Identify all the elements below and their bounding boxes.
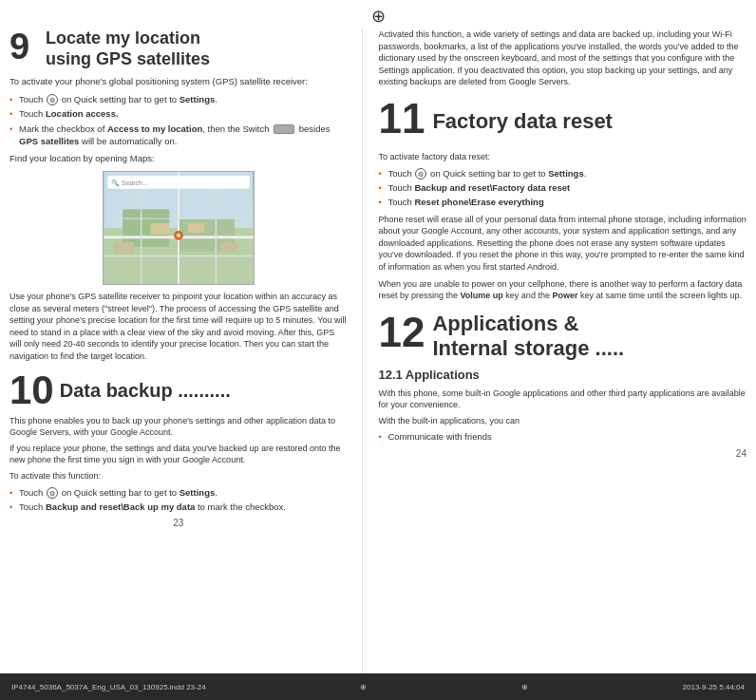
left-column: 9 Locate my location using GPS satellite… <box>9 28 363 673</box>
bottom-crosshair-left: ⊕ <box>360 683 367 691</box>
bottom-bar: IP4744_5036A_5037A_Eng_USA_03_130925.ind… <box>0 673 756 700</box>
section-12-title-line1: Applications & <box>432 312 624 336</box>
reset-phone-label: Reset phone\Erase everything <box>414 197 543 207</box>
top-crosshair: ⊕ <box>0 0 756 28</box>
section-9-intro: To activate your phone's global position… <box>9 75 347 88</box>
bottom-right-text: 2013-9-25 5:44:04 <box>683 683 745 691</box>
section-11-bullets: Touch ⚙ on Quick setting bar to get to S… <box>378 167 747 209</box>
section-11-number: 11 <box>378 98 425 140</box>
section-11-header: 11 Factory data reset <box>378 98 747 145</box>
section-9-title-line1: Locate my location <box>46 28 210 49</box>
section-9-continued: Activated this function, a wide variety … <box>378 28 747 88</box>
settings-icon: ⚙ <box>47 94 58 105</box>
svg-rect-13 <box>220 242 237 252</box>
page-number-left: 23 <box>9 518 347 528</box>
s11-bullet-touch-settings: Touch ⚙ on Quick setting bar to get to S… <box>378 167 747 180</box>
section-9-bullets: Touch ⚙ on Quick setting bar to get to S… <box>9 93 347 147</box>
settings-icon-3: ⚙ <box>415 168 426 180</box>
map-svg: 🔍 Search... <box>104 172 254 284</box>
section-10-title: Data backup .......... <box>60 381 231 400</box>
section-9-number: 9 <box>9 28 38 65</box>
main-content: 9 Locate my location using GPS satellite… <box>0 28 756 673</box>
section-12-para1: With this phone, some built-in Google ap… <box>378 388 747 411</box>
bullet-location-access: Touch Location access. <box>9 107 347 120</box>
bullet-access-my-location: Mark the checkbox of Access to my locati… <box>9 123 347 148</box>
switch-icon <box>274 124 294 134</box>
s12-bullet-communicate: Communicate with friends <box>378 430 747 443</box>
svg-point-17 <box>177 234 180 237</box>
section-11-title: Factory data reset <box>432 109 613 134</box>
settings-icon-2: ⚙ <box>47 487 58 499</box>
gps-satellites-label: GPS satellites <box>19 136 79 146</box>
section-11-para2: When you are unable to power on your cel… <box>378 278 747 302</box>
section-9-header: 9 Locate my location using GPS satellite… <box>9 28 347 69</box>
gps-map-image: 🔍 Search... <box>103 171 255 285</box>
subsection-12-1-num: 12.1 <box>378 368 402 382</box>
map-inner: 🔍 Search... <box>104 172 254 284</box>
page-number-right: 24 <box>378 448 747 459</box>
svg-rect-12 <box>113 242 134 254</box>
bottom-crosshair-right: ⊕ <box>521 683 528 691</box>
section-12: 12 Applications & Internal storage .....… <box>378 312 747 444</box>
section-10-header: 10 Data backup .......... <box>9 370 347 410</box>
backup-label: Backup and reset\Back up my data <box>46 501 195 512</box>
bottom-left-text: IP4744_5036A_5037A_Eng_USA_03_130925.ind… <box>11 683 206 691</box>
section-10-activate: To activate this function: <box>9 470 347 482</box>
find-location-label: Find your location by opening Maps: <box>9 152 347 165</box>
svg-text:🔍 Search...: 🔍 Search... <box>111 179 148 187</box>
bullet-touch-settings: Touch ⚙ on Quick setting bar to get to S… <box>9 93 347 105</box>
settings-label-2: Settings <box>180 487 215 498</box>
s11-bullet-backup-factory: Touch Backup and reset\Factory data rese… <box>378 181 747 194</box>
section-10-para2: If you replace your phone, the settings … <box>9 443 347 466</box>
section-11-para1: Phone reset will erase all of your perso… <box>378 214 747 274</box>
right-column: Activated this function, a wide variety … <box>363 28 747 673</box>
gps-description: Use your phone's GPS satellite receiver … <box>9 291 347 363</box>
top-crosshair-icon: ⊕ <box>371 6 386 27</box>
subsection-12-1-title: Applications <box>406 368 480 382</box>
subsection-12-1: 12.1 Applications <box>378 368 747 382</box>
settings-label-3: Settings <box>548 168 583 179</box>
section-9-title-line2: using GPS satellites <box>46 49 210 70</box>
section-11-activate: To activate factory data reset: <box>378 151 747 163</box>
section-12-bullets: Communicate with friends <box>378 430 747 443</box>
section-12-header: 12 Applications & Internal storage ..... <box>378 312 747 362</box>
section-10: 10 Data backup .......... This phone ena… <box>9 370 347 514</box>
s11-bullet-reset-phone: Touch Reset phone\Erase everything <box>378 196 747 208</box>
section-11: 11 Factory data reset To activate factor… <box>378 98 747 302</box>
page-wrapper: ⊕ 9 Locate my location using GPS satelli… <box>0 0 756 700</box>
section-12-number: 12 <box>378 312 425 353</box>
section-10-para1: This phone enables you to back up your p… <box>9 415 347 439</box>
location-access-label: Location access. <box>46 108 119 119</box>
section-10-bullets: Touch ⚙ on Quick setting bar to get to S… <box>9 486 347 514</box>
settings-label: Settings <box>180 94 215 104</box>
svg-rect-10 <box>150 223 169 235</box>
factory-reset-label: Backup and reset\Factory data reset <box>414 182 570 193</box>
s10-bullet-backup: Touch Backup and reset\Back up my data t… <box>9 501 347 513</box>
access-my-location-label: Access to my location <box>107 123 202 134</box>
section-12-para2: With the built-in applications, you can <box>378 415 747 427</box>
s10-bullet-touch-settings: Touch ⚙ on Quick setting bar to get to S… <box>9 486 347 499</box>
section-12-title-line2: Internal storage ..... <box>432 336 624 361</box>
svg-rect-11 <box>188 223 205 233</box>
section-10-number: 10 <box>9 370 54 410</box>
